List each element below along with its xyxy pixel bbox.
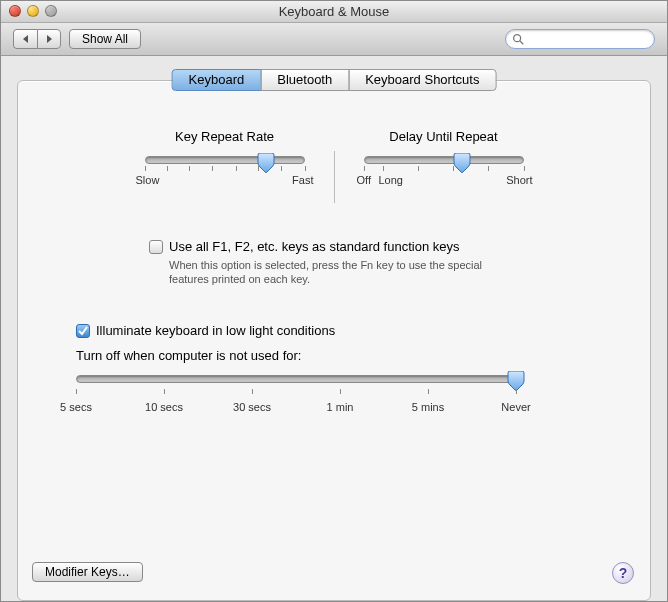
illuminate-checkbox[interactable] (76, 324, 90, 338)
illuminate-slider[interactable] (76, 375, 516, 383)
toolbar: Show All (1, 23, 667, 56)
panel: Key Repeat Rate Slow Fast (17, 80, 651, 601)
delay-repeat-ticks (364, 166, 524, 172)
fn-keys-block: Use all F1, F2, etc. keys as standard fu… (149, 239, 519, 287)
show-all-label: Show All (82, 32, 128, 46)
fn-keys-hint: When this option is selected, press the … (169, 258, 519, 287)
titlebar: Keyboard & Mouse (1, 1, 667, 23)
svg-line-1 (520, 41, 524, 45)
illuminate-label: Illuminate keyboard in low light conditi… (96, 323, 335, 338)
illuminate-thumb[interactable] (507, 371, 525, 391)
help-icon: ? (619, 565, 628, 581)
zoom-icon (45, 5, 57, 17)
tab-keyboard[interactable]: Keyboard (172, 69, 262, 91)
search-input[interactable] (505, 29, 655, 49)
fn-keys-checkbox[interactable] (149, 240, 163, 254)
search-field[interactable] (505, 29, 655, 49)
show-all-button[interactable]: Show All (69, 29, 141, 49)
divider (334, 151, 335, 203)
nav-segment (13, 29, 61, 49)
key-repeat-labels: Slow Fast (140, 174, 310, 188)
delay-repeat-block: Delay Until Repeat Off Long Short (359, 129, 529, 203)
illuminate-block: Illuminate keyboard in low light conditi… (76, 323, 592, 417)
modifier-keys-label: Modifier Keys… (45, 565, 130, 579)
delay-repeat-labels: Off Long Short (359, 174, 529, 188)
forward-button[interactable] (37, 29, 61, 49)
svg-point-0 (514, 35, 521, 42)
key-repeat-title: Key Repeat Rate (140, 129, 310, 144)
help-button[interactable]: ? (612, 562, 634, 584)
fn-keys-label: Use all F1, F2, etc. keys as standard fu… (169, 239, 459, 254)
illuminate-sub: Turn off when computer is not used for: (76, 348, 592, 363)
illuminate-checkbox-row[interactable]: Illuminate keyboard in low light conditi… (76, 323, 592, 338)
modifier-keys-button-wrap: Modifier Keys… (32, 562, 143, 582)
close-icon[interactable] (9, 5, 21, 17)
content: Keyboard Bluetooth Keyboard Shortcuts Ke… (1, 56, 667, 602)
delay-repeat-title: Delay Until Repeat (359, 129, 529, 144)
minimize-icon[interactable] (27, 5, 39, 17)
key-repeat-slider[interactable] (145, 156, 305, 164)
traffic-lights (9, 5, 57, 17)
tab-bluetooth[interactable]: Bluetooth (260, 69, 349, 91)
delay-repeat-slider[interactable] (364, 156, 524, 164)
search-icon (511, 32, 525, 46)
key-repeat-ticks (145, 166, 305, 172)
fn-keys-checkbox-row[interactable]: Use all F1, F2, etc. keys as standard fu… (149, 239, 519, 254)
window: Keyboard & Mouse Show All Keyboard Bluet… (0, 0, 668, 602)
sliders-row: Key Repeat Rate Slow Fast (46, 129, 622, 203)
tab-shortcuts[interactable]: Keyboard Shortcuts (348, 69, 496, 91)
modifier-keys-button[interactable]: Modifier Keys… (32, 562, 143, 582)
key-repeat-block: Key Repeat Rate Slow Fast (140, 129, 310, 203)
illuminate-ticks (76, 389, 516, 395)
tabs: Keyboard Bluetooth Keyboard Shortcuts (172, 69, 497, 91)
illuminate-tick-labels: 5 secs 10 secs 30 secs 1 min 5 mins Neve… (76, 401, 516, 417)
back-button[interactable] (13, 29, 37, 49)
window-title: Keyboard & Mouse (279, 4, 390, 19)
